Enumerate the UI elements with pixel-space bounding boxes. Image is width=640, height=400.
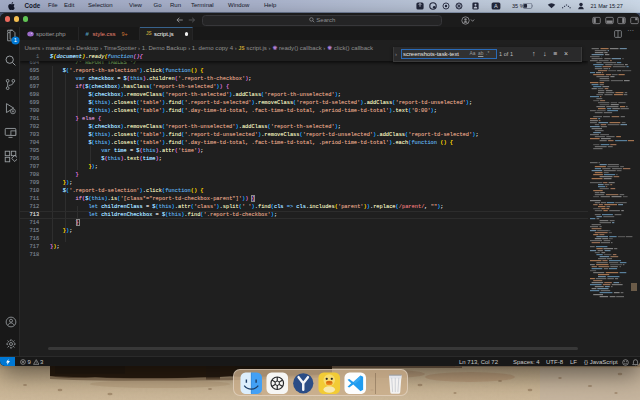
svg-text:1: 1	[13, 38, 16, 44]
svg-text:A: A	[494, 3, 498, 9]
